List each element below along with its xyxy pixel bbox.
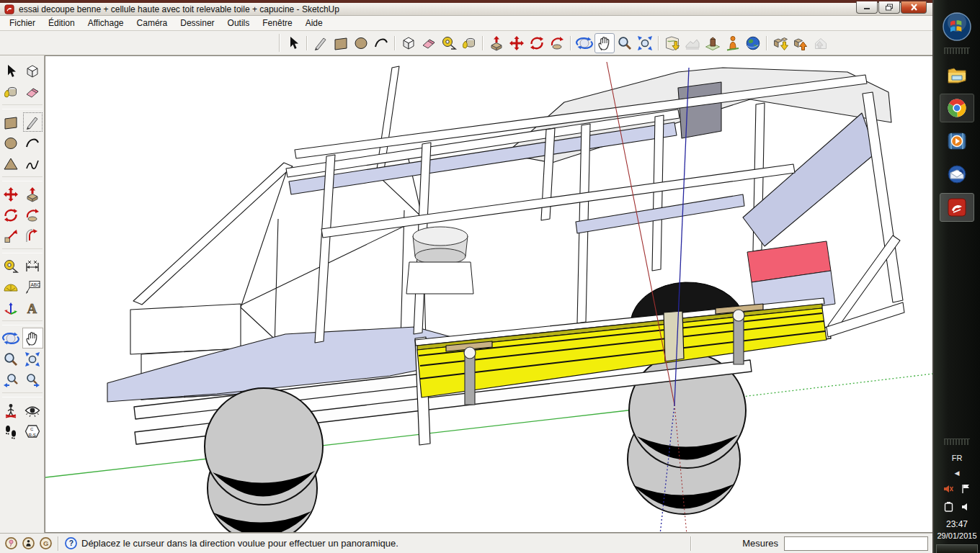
toolbar-button-rotate[interactable] [527,33,547,53]
toolbar-button-zoom[interactable] [615,33,635,53]
menu-affichage[interactable]: Affichage [81,17,130,30]
language-indicator[interactable]: FR [952,454,963,462]
menu-camera[interactable]: Caméra [130,17,174,30]
sidebar-tool-orbit[interactable] [1,328,22,349]
sidebar-tool-select[interactable] [1,60,22,81]
tray-clock[interactable]: 23:47 [946,519,968,529]
sidebar-tool-follow-me[interactable] [22,204,43,225]
volume-icon[interactable] [961,502,971,512]
title-bar[interactable]: essai decoupe benne + cellule haute avec… [0,0,932,16]
measurements-input[interactable] [784,536,928,551]
toolbar-button-photo-textures[interactable] [703,33,723,53]
sidebar-tool-position-camera[interactable] [1,400,22,421]
sidebar-tool-zoom[interactable] [1,349,22,369]
sidebar-tool-pan[interactable] [22,328,43,349]
show-desktop-button[interactable] [936,544,978,553]
toolbar-button-rectangle[interactable] [331,33,351,53]
restore-button[interactable] [878,1,900,14]
geolocation-icon[interactable] [4,536,18,550]
toolbar-button-pan[interactable] [594,33,615,53]
sidebar-tool-zoom-extents[interactable] [22,349,43,369]
sidebar-tool-push-pull[interactable] [22,184,43,204]
menu-outils[interactable]: Outils [221,17,257,30]
sidebar-tool-circle[interactable] [1,132,22,153]
section-plane-icon [24,423,41,440]
sidebar-tool-walk[interactable] [1,421,22,441]
drawing-canvas[interactable] [45,55,932,533]
zoom-icon [616,35,633,52]
truck-model[interactable] [107,66,904,533]
sidebar-tool-zoom-previous[interactable] [1,369,22,390]
toolbar-button-select[interactable] [283,33,303,53]
sidebar-tool-rotate[interactable] [1,204,22,225]
claim-credit-icon[interactable] [22,536,35,550]
toolbar-button-move[interactable] [507,33,527,53]
toolbar-button-share-component[interactable] [811,33,831,53]
toolbar-button-share-model[interactable] [790,33,811,53]
sidebar-tool-look-around[interactable] [22,400,43,421]
sidebar-tool-text[interactable] [22,276,43,297]
sidebar-tool-paint-bucket[interactable] [1,81,22,102]
toolbar-button-push-pull[interactable] [486,33,507,53]
make-component-icon [24,63,41,80]
sidebar-tool-arc[interactable] [22,132,43,153]
menu-fenetre[interactable]: Fenêtre [256,17,298,30]
sidebar-tool-axes[interactable] [1,297,22,318]
sidebar-tool-move[interactable] [1,184,22,204]
share-component-icon [812,35,829,52]
toolbar-button-eraser[interactable] [419,33,439,53]
taskbar-item-explorer[interactable] [940,60,974,89]
sidebar-tool-offset[interactable] [22,225,43,246]
sidebar-tool-scale[interactable] [1,225,22,246]
toolbar-separator [394,36,396,50]
sidebar-separator [2,104,43,109]
toolbar-button-line[interactable] [311,33,331,53]
toolbar-button-make-component[interactable] [398,33,419,53]
action-center-flag-icon[interactable] [961,484,971,494]
sign-in-icon[interactable] [39,536,53,550]
sidebar-tool-line[interactable] [22,112,43,132]
tray-date[interactable]: 29/01/2015 [937,531,976,540]
toolbar-button-add-location[interactable] [662,33,682,53]
toolbar-button-circle[interactable] [351,33,371,53]
menu-aide[interactable]: Aide [299,17,329,30]
battery-icon[interactable] [944,501,953,512]
sidebar-tool-3d-text[interactable] [22,297,43,318]
toolbar-button-arc[interactable] [371,33,391,53]
taskbar-item-media-player[interactable] [940,127,974,156]
toolbar-button-zoom-extents[interactable] [635,33,655,53]
taskbar-item-sketchup[interactable] [940,193,974,222]
toolbar-button-get-models[interactable] [770,33,790,53]
help-icon[interactable] [64,536,78,550]
minimize-button[interactable] [856,1,878,14]
taskbar-item-chrome[interactable] [940,94,974,122]
sidebar-tool-protractor[interactable] [1,276,22,297]
close-button[interactable] [901,1,927,14]
toolbar-button-person[interactable] [723,33,743,53]
volume-muted-icon[interactable] [943,484,953,494]
sidebar-tool-section-plane[interactable] [22,421,43,441]
taskbar-grip[interactable] [944,48,970,54]
start-button[interactable] [942,12,972,42]
sidebar-tool-rectangle[interactable] [1,112,22,132]
toolbar-button-orbit[interactable] [574,33,594,53]
person-icon [724,35,741,52]
menu-edition[interactable]: Édition [42,17,81,30]
toolbar-button-tape-measure[interactable] [439,33,459,53]
sidebar-tool-zoom-next[interactable] [22,369,43,390]
hidden-icons-chevron[interactable]: ◀ [955,469,960,477]
toolbar-button-toggle-terrain[interactable] [682,33,703,53]
sidebar-tool-polygon[interactable] [1,153,22,174]
menu-dessiner[interactable]: Dessiner [174,17,220,30]
sidebar-tool-make-component[interactable] [22,60,43,81]
toolbar-button-google-earth[interactable] [743,33,763,53]
sidebar-tool-freehand[interactable] [22,153,43,174]
sidebar-tool-tape-measure[interactable] [1,256,22,276]
menu-fichier[interactable]: Fichier [3,17,42,30]
toolbar-button-follow-me[interactable] [547,33,567,53]
taskbar-item-thunderbird[interactable] [940,160,974,189]
sidebar-tool-dimension[interactable] [22,256,43,276]
sidebar-tool-eraser[interactable] [22,81,43,102]
media-player-icon [946,130,968,152]
toolbar-button-paint-bucket[interactable] [459,33,479,53]
